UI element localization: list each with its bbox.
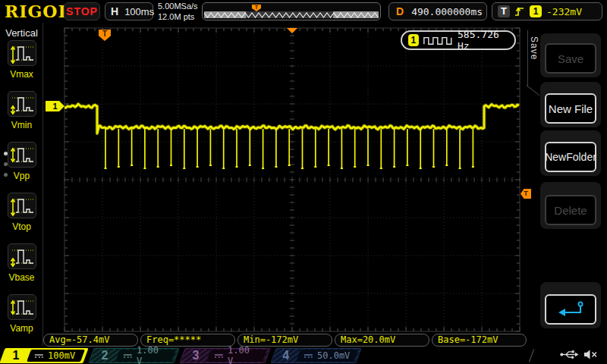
speaker-muted-icon [583, 349, 598, 360]
square-wave-icon [423, 35, 453, 46]
scope-graticule [0, 0, 607, 364]
counter-channel-badge: 1 [408, 34, 419, 46]
frequency-counter: 1 585.726 Hz [401, 30, 516, 50]
counter-value: 585.726 Hz [458, 29, 508, 52]
trigger-delay-center-marker [287, 28, 297, 33]
usb-icon [560, 349, 579, 360]
